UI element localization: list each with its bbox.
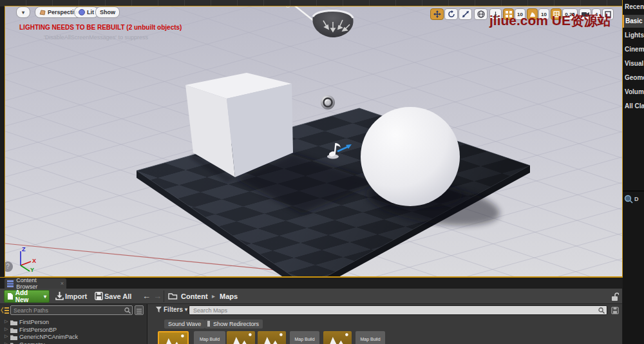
place-tab-volumes[interactable]: Volumes [623,86,644,99]
speaker-ball-gizmo[interactable] [321,95,335,110]
content-browser-icon [7,280,14,287]
asset-tile-map[interactable] [323,331,352,344]
map-thumbnail-icon [159,332,187,344]
toolbar-divider [164,291,164,302]
place-tab-visual-effects[interactable]: Visual Effects [623,57,644,70]
expand-arrow-icon[interactable]: ▷ [5,319,8,324]
scale-tool-button[interactable] [459,8,472,20]
folder-icon [10,320,17,325]
folder-icon [10,342,17,344]
asset-tile-map[interactable] [258,331,286,344]
suppress-hint: 'DisableAllScreenMessages' to suppress [44,34,148,41]
filter-funnel-icon [156,307,162,312]
forward-button[interactable]: → [153,291,162,301]
asset-tile-map-build[interactable]: Map Build [290,331,319,344]
list-view-icon [135,307,143,315]
folder-icon [10,327,17,333]
folder-row-firstpersonbp[interactable]: ▷ FirstPersonBP [0,327,147,334]
map-thumbnail-icon [323,331,352,344]
new-asset-icon [7,292,14,300]
place-tab-basic[interactable]: Basic [623,15,644,28]
place-tab-lights[interactable]: Lights [623,29,644,42]
search-assets-input[interactable]: Search Maps [189,305,607,315]
move-icon [433,10,441,18]
save-search-icon[interactable] [611,307,619,314]
axis-z-label: Z [22,246,26,253]
save-all-icon [95,292,103,300]
viewport-options-dropdown[interactable]: ▾ [16,6,30,18]
globe-icon [477,10,485,18]
content-browser-tab[interactable]: Content Browser × [5,278,66,289]
sphere-mesh[interactable] [361,107,460,206]
breadcrumb-separator: ▸ [212,292,215,300]
rotate-tool-button[interactable] [444,8,458,20]
filter-chip-show-redirectors[interactable]: Show Redirectors [205,320,263,329]
right-panel-divider [623,191,644,191]
asset-tile-map-selected[interactable] [158,331,189,344]
axis-gizmo: Z X Y [9,242,37,272]
place-tab-geometry[interactable]: Geometry [623,72,644,84]
place-tab-all-classes[interactable]: All Classes [623,100,644,113]
asset-tile-map-build[interactable]: Map Build [355,331,385,344]
show-menu-button[interactable]: Show [95,6,120,18]
translate-tool-button[interactable] [430,8,444,20]
import-button[interactable]: Import [65,292,87,300]
folder-row-genericnpcanimpack[interactable]: ▷ GenericNPCAnimPack [0,334,147,341]
place-tab-cinematic[interactable]: Cinematic [623,43,644,56]
details-search-icon[interactable] [624,195,633,204]
details-hint-text: D [634,196,639,202]
asset-tile-map[interactable] [227,331,255,344]
map-thumbnail-icon [227,331,255,344]
search-paths-input[interactable]: Search Paths [10,305,133,315]
folder-row-geometry[interactable]: ▷ Geometry [0,341,147,344]
lock-icon[interactable] [611,292,619,301]
chevron-down-icon: ▾ [22,10,24,15]
chevron-down-icon: ▾ [185,307,187,312]
search-icon [598,307,605,314]
sources-toggle-icon[interactable] [1,306,9,314]
main-toolbar-strip [0,0,622,6]
content-browser-panel: Content Browser × Add New ▾ Import Save … [0,277,622,344]
filter-chip-sound-wave[interactable]: Sound Wave [164,320,205,329]
place-actors-panel: Recently Placed Basic Lights Cinematic V… [623,0,644,344]
expand-arrow-icon[interactable]: ▷ [5,327,8,332]
folder-open-icon [168,292,178,300]
lit-sphere-icon [79,9,85,15]
scale-icon [462,10,469,18]
add-new-button[interactable]: Add New ▾ [4,290,50,303]
back-button[interactable]: ← [142,291,151,301]
viewport-3d[interactable]: ▾ Perspective Lit Show LIGHTING NEEDS TO… [5,6,622,276]
perspective-icon [39,10,46,15]
scene-canvas [5,6,622,276]
breadcrumb-content[interactable]: Content [181,292,208,300]
chevron-down-icon: ▾ [44,294,46,300]
folder-icon [10,334,17,340]
search-icon [124,307,131,314]
watermark: jliue.com UE资源站 [489,12,611,30]
save-all-button[interactable]: Save All [104,292,131,300]
expand-arrow-icon[interactable]: ▷ [5,334,8,339]
content-browser-tabstrip: Content Browser × [0,278,622,289]
sources-pane: Search Paths ▷ FirstPerson ▷ FirstPerson… [0,304,147,344]
place-tab-recently-placed[interactable]: Recently Placed [623,1,644,14]
axis-y-label: Y [30,267,34,272]
chip-toggle-bar [207,321,210,327]
close-icon[interactable]: × [61,280,64,287]
rotate-icon [448,10,455,18]
asset-tile-map-build[interactable]: Map Build [194,331,225,344]
expand-arrow-icon[interactable]: ▷ [5,341,8,344]
breadcrumb-maps[interactable]: Maps [220,292,238,300]
axis-x-label: X [32,258,36,264]
assets-pane: Filters ▾ Search Maps Sound Wave Show Re… [147,304,622,344]
folder-row-firstperson[interactable]: ▷ FirstPerson [0,319,147,326]
view-options-button[interactable] [135,305,144,315]
content-browser-toolbar: Add New ▾ Import Save All ← → Content ▸ [0,289,622,304]
world-local-toggle[interactable] [474,8,488,20]
unreal-editor-window: ▾ Perspective Lit Show LIGHTING NEEDS TO… [0,0,644,344]
lighting-warning: LIGHTING NEEDS TO BE REBUILT (2 unbuilt … [19,24,182,31]
import-icon [55,292,64,300]
map-thumbnail-icon [258,331,286,344]
filters-button[interactable]: Filters ▾ [156,306,187,313]
